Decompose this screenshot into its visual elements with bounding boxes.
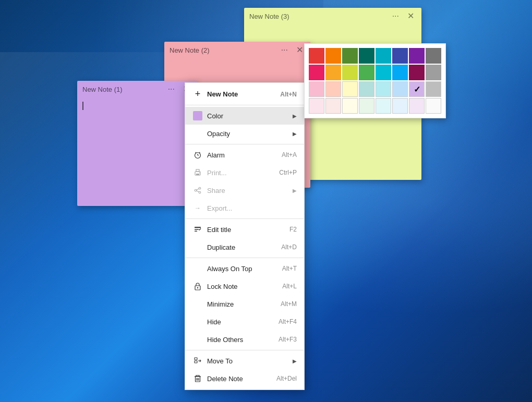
color-arrow-icon: ▶ (293, 113, 297, 119)
color-label: Color (207, 112, 291, 120)
color-swatch-peach[interactable] (325, 81, 341, 97)
color-swatch-olive[interactable] (342, 48, 358, 64)
color-swatch-white[interactable] (426, 98, 441, 114)
minimize-label: Minimize (207, 300, 276, 308)
color-swatch-gray-light[interactable] (426, 81, 441, 97)
color-swatch-gray-mid[interactable] (426, 65, 441, 80)
color-swatch-lavender[interactable] (409, 81, 425, 97)
color-swatch-red[interactable] (309, 48, 324, 64)
svg-rect-6 (196, 169, 199, 172)
svg-rect-16 (195, 231, 197, 232)
hide-shortcut: Alt+F4 (279, 318, 297, 325)
share-icon (192, 186, 203, 194)
svg-line-12 (197, 189, 199, 190)
note-3-actions: ··· ✕ (390, 11, 416, 21)
note-1-cursor (82, 102, 83, 110)
note-1-title: New Note (1) (82, 86, 123, 93)
color-swatch-orange-pale[interactable] (325, 98, 341, 114)
new-note-label: New Note (207, 90, 276, 98)
color-swatch-purple-pale[interactable] (409, 98, 425, 114)
note-3-menu-button[interactable]: ··· (390, 11, 401, 21)
color-swatch-cyan-pale[interactable] (376, 98, 391, 114)
color-swatch-green[interactable] (359, 65, 374, 80)
note-3-close-button[interactable]: ✕ (405, 11, 416, 21)
alarm-label: Alarm (207, 151, 277, 159)
svg-rect-21 (195, 361, 197, 363)
note-2-title: New Note (2) (170, 46, 210, 54)
color-swatch-maroon[interactable] (409, 65, 425, 80)
svg-line-13 (197, 191, 199, 192)
color-swatch-orange[interactable] (325, 48, 341, 64)
menu-item-minimize[interactable]: Minimize Alt+M (185, 295, 304, 313)
menu-item-alarm[interactable]: Alarm Alt+A (185, 146, 304, 164)
edit-title-icon (192, 225, 203, 234)
menu-item-duplicate[interactable]: Duplicate Alt+D (185, 238, 304, 256)
note-2-actions: ··· ✕ (279, 45, 305, 55)
delete-icon (192, 374, 203, 383)
export-icon: → (192, 204, 203, 212)
menu-item-hide-others[interactable]: Hide Others Alt+F3 (185, 331, 304, 348)
color-swatch-pink[interactable] (309, 65, 324, 80)
color-swatch-yellow-pale[interactable] (342, 98, 358, 114)
menu-item-new-note[interactable]: + New Note Alt+N (185, 85, 304, 103)
edit-title-label: Edit title (207, 226, 285, 234)
note-2-menu-button[interactable]: ··· (279, 45, 290, 55)
color-swatch-teal[interactable] (359, 48, 374, 64)
divider-1 (185, 105, 304, 105)
menu-item-color[interactable]: Color ▶ (185, 107, 304, 125)
svg-point-11 (199, 191, 201, 193)
desktop: New Note (3) ··· ✕ New Note (2) ··· ✕ Ne… (0, 0, 532, 402)
color-swatch-light-blue[interactable] (392, 65, 408, 80)
color-indicator-icon (192, 111, 203, 120)
color-swatch-blue-pale[interactable] (392, 98, 408, 114)
delete-note-shortcut: Alt+Del (276, 375, 297, 382)
color-swatch-green-pale[interactable] (359, 98, 374, 114)
note-2-close-button[interactable]: ✕ (294, 45, 305, 55)
share-arrow-icon: ▶ (293, 188, 297, 193)
lock-note-shortcut: Alt+L (282, 283, 297, 290)
lock-icon (192, 282, 203, 290)
note-3-title: New Note (3) (249, 13, 289, 20)
menu-item-hide[interactable]: Hide Alt+F4 (185, 313, 304, 331)
svg-point-9 (199, 187, 201, 189)
note-1-menu-button[interactable]: ··· (166, 84, 177, 94)
menu-item-print: Print... Ctrl+P (185, 164, 304, 181)
menu-item-always-on-top[interactable]: Always On Top Alt+T (185, 260, 304, 277)
export-label: Export... (207, 204, 297, 212)
menu-item-share: Share ▶ (185, 181, 304, 199)
menu-item-opacity[interactable]: Opacity ▶ (185, 125, 304, 142)
color-swatch-pink-light[interactable] (309, 81, 324, 97)
color-swatch-mint[interactable] (359, 81, 374, 97)
print-label: Print... (207, 169, 275, 177)
divider-5 (185, 350, 304, 350)
move-to-label: Move To (207, 357, 291, 365)
svg-point-19 (197, 287, 198, 288)
menu-item-lock-note[interactable]: Lock Note Alt+L (185, 277, 304, 295)
color-swatch-indigo[interactable] (392, 48, 408, 64)
color-swatch-purple-dark[interactable] (409, 48, 425, 64)
color-swatch-gray-dark[interactable] (426, 48, 441, 64)
menu-item-move-to[interactable]: Move To ▶ (185, 352, 304, 370)
menu-item-delete-note[interactable]: Delete Note Alt+Del (185, 370, 304, 387)
hide-others-label: Hide Others (207, 336, 274, 344)
always-on-top-shortcut: Alt+T (282, 265, 297, 272)
color-swatch-blue-light[interactable] (392, 81, 408, 97)
opacity-label: Opacity (207, 130, 291, 138)
color-swatch-cyan-dark[interactable] (376, 48, 391, 64)
divider-2 (185, 144, 304, 144)
color-swatch-cyan[interactable] (376, 65, 391, 80)
print-shortcut: Ctrl+P (279, 169, 297, 176)
alarm-shortcut: Alt+A (282, 151, 297, 159)
svg-point-10 (195, 189, 197, 191)
color-swatch-pink-pale[interactable] (309, 98, 324, 114)
color-swatch-yellow-light[interactable] (342, 81, 358, 97)
color-swatch-lime[interactable] (342, 65, 358, 80)
opacity-arrow-icon: ▶ (293, 131, 297, 137)
menu-item-edit-title[interactable]: Edit title F2 (185, 221, 304, 238)
note-3-header: New Note (3) ··· ✕ (244, 8, 421, 25)
move-to-arrow-icon: ▶ (293, 358, 297, 364)
divider-3 (185, 218, 304, 219)
duplicate-shortcut: Alt+D (281, 243, 297, 251)
color-swatch-amber[interactable] (325, 65, 341, 80)
color-swatch-cyan-light[interactable] (376, 81, 391, 97)
